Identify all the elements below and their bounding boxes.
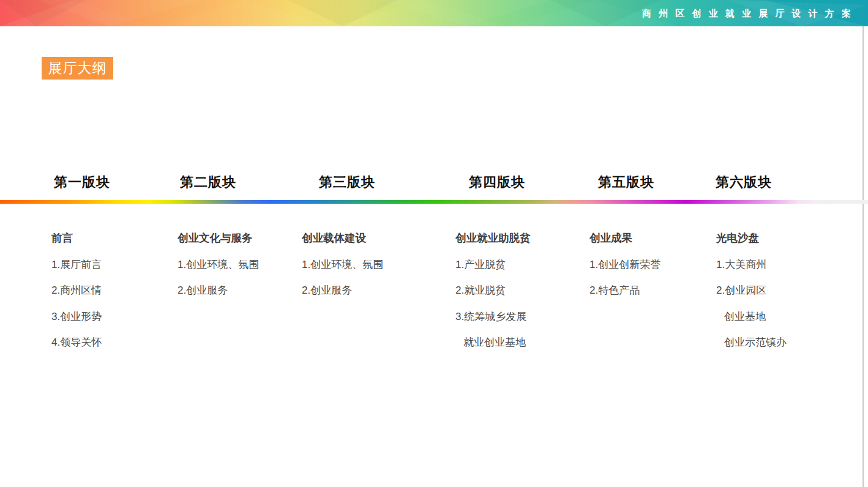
outline-item: 1.创业环境、氛围 xyxy=(178,259,259,270)
band-header-1: 第一版块 xyxy=(54,173,110,191)
outline-column-4: 创业就业助脱贫 1.产业脱贫 2.就业脱贫 3.统筹城乡发展 就业创业基地 xyxy=(455,233,531,363)
column-title: 创业文化与服务 xyxy=(178,233,259,244)
outline-item: 2.特色产品 xyxy=(589,285,660,296)
outline-column-1: 前言 1.展厅前言 2.商州区情 3.创业形势 4.领导关怀 xyxy=(51,233,102,363)
outline-item: 就业创业基地 xyxy=(455,337,531,348)
scrollbar-track[interactable] xyxy=(862,26,868,487)
band-header-5: 第五版块 xyxy=(598,173,654,191)
band-header-4: 第四版块 xyxy=(469,173,525,191)
band-header-2: 第二版块 xyxy=(180,173,236,191)
outline-item: 2.商州区情 xyxy=(51,285,102,296)
banner-title: 商 州 区 创 业 就 业 展 厅 设 计 方 案 xyxy=(642,0,853,26)
outline-item: 2.就业脱贫 xyxy=(455,285,531,296)
outline-item: 1.创业创新荣誉 xyxy=(589,259,660,270)
outline-item: 2.创业服务 xyxy=(302,285,383,296)
outline-item: 创业示范镇办 xyxy=(716,337,787,348)
outline-column-2: 创业文化与服务 1.创业环境、氛围 2.创业服务 xyxy=(178,233,259,311)
outline-item: 1.大美商州 xyxy=(716,259,787,270)
outline-item: 1.创业环境、氛围 xyxy=(302,259,383,270)
outline-column-5: 创业成果 1.创业创新荣誉 2.特色产品 xyxy=(589,233,660,311)
page-label: 展厅大纲 xyxy=(42,57,113,80)
column-title: 创业载体建设 xyxy=(302,233,383,244)
band-header-6: 第六版块 xyxy=(716,173,772,191)
outline-item: 1.展厅前言 xyxy=(51,259,102,270)
outline-item: 2.创业园区 xyxy=(716,285,787,296)
outline-column-6: 光电沙盘 1.大美商州 2.创业园区 创业基地 创业示范镇办 xyxy=(716,233,787,363)
outline-item: 1.产业脱贫 xyxy=(455,259,531,270)
column-title: 创业成果 xyxy=(589,233,660,244)
column-title: 前言 xyxy=(51,233,102,244)
column-title: 创业就业助脱贫 xyxy=(455,233,531,244)
outline-item: 3.统筹城乡发展 xyxy=(455,311,531,322)
top-banner: 商 州 区 创 业 就 业 展 厅 设 计 方 案 xyxy=(0,0,868,26)
slide: 商 州 区 创 业 就 业 展 厅 设 计 方 案 展厅大纲 第一版块 第二版块… xyxy=(0,0,868,487)
outline-item: 4.领导关怀 xyxy=(51,337,102,348)
rainbow-divider xyxy=(0,200,868,204)
outline-column-3: 创业载体建设 1.创业环境、氛围 2.创业服务 xyxy=(302,233,383,311)
column-title: 光电沙盘 xyxy=(716,233,787,244)
band-header-3: 第三版块 xyxy=(319,173,375,191)
outline-item: 创业基地 xyxy=(716,311,787,322)
outline-item: 3.创业形势 xyxy=(51,311,102,322)
outline-item: 2.创业服务 xyxy=(178,285,259,296)
